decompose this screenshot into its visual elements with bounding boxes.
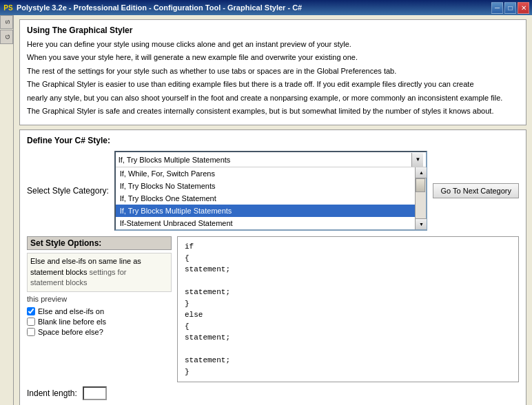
code-line-11: statement;: [185, 355, 511, 366]
checkbox-blank-line: Blank line before els: [27, 318, 172, 326]
minimize-button[interactable]: ─: [491, 2, 503, 14]
checkbox-blank-line-label: Blank line before els: [38, 318, 106, 326]
window-controls: ─ □ ✕: [491, 2, 529, 14]
scroll-down-btn[interactable]: ▼: [416, 218, 427, 229]
code-line-9: statement;: [185, 332, 511, 344]
checkbox-else-ifs-label: Else and else-ifs on: [38, 307, 104, 315]
define-title: Define Your C# Style:: [27, 136, 519, 145]
dropdown-option-1[interactable]: If, While, For, Switch Parens: [116, 167, 416, 180]
code-line-1: if: [185, 241, 511, 253]
code-line-4: [185, 276, 511, 287]
define-section: Define Your C# Style: Select Style Categ…: [19, 129, 526, 405]
maximize-button[interactable]: □: [504, 2, 516, 14]
checkbox-space-before: Space before else?: [27, 328, 172, 336]
close-button[interactable]: ✕: [518, 2, 529, 14]
info-line-1: Here you can define your style using mou…: [27, 39, 519, 50]
info-line-2: When you save your style here, it will g…: [27, 52, 519, 63]
dropdown-option-2[interactable]: If, Try Blocks No Statements: [116, 180, 416, 192]
sidebar-tab-2[interactable]: G: [0, 30, 13, 44]
dropdown-option-3[interactable]: If, Try Blocks One Statement: [116, 192, 416, 205]
indent-label: Indent length:: [27, 388, 77, 398]
info-line-5: nearly any style, but you can also shoot…: [27, 93, 519, 103]
dropdown-arrow[interactable]: ▼: [411, 153, 423, 167]
checkbox-blank-line-input[interactable]: [27, 318, 35, 326]
info-line-6: The Graphical Styler is safe and creates…: [27, 106, 519, 116]
code-line-10: [185, 344, 511, 355]
code-line-6: }: [185, 298, 511, 310]
code-line-5: statement;: [185, 287, 511, 298]
info-line-3: The rest of the settings for your style …: [27, 66, 519, 76]
sidebar-tab-1[interactable]: S: [0, 15, 13, 29]
options-description: Else and else-ifs on same line as statem…: [27, 253, 172, 291]
code-line-7: else: [185, 309, 511, 321]
scroll-thumb[interactable]: [416, 178, 425, 192]
info-line-4: The Graphical Styler is easier to use th…: [27, 79, 519, 90]
code-line-2: {: [185, 253, 511, 264]
scroll-up-btn[interactable]: ▲: [416, 167, 427, 178]
checkbox-space-before-label: Space before else?: [38, 328, 103, 336]
info-section: Using The Graphical Styler Here you can …: [19, 19, 526, 125]
window: PS Polystyle 3.2e - Professional Edition…: [0, 0, 532, 405]
window-title: Polystyle 3.2e - Professional Edition - …: [17, 3, 491, 12]
options-title: Set Style Options:: [27, 236, 172, 250]
style-category-label: Select Style Category:: [27, 186, 109, 196]
code-preview: if { statement; statement; } else { stat…: [177, 236, 519, 382]
set-style-row: Set Style Options: Else and else-ifs on …: [27, 236, 519, 382]
app-icon: PS: [3, 2, 14, 13]
code-line-12: }: [185, 366, 511, 378]
dropdown-scrollbar: ▲ ▼: [415, 167, 426, 229]
style-category-dropdown[interactable]: If, Try Blocks Multiple Statements ▼ If,…: [114, 151, 428, 231]
dropdown-option-4[interactable]: If, Try Blocks Multiple Statements: [116, 205, 416, 217]
dropdown-open-list: If, While, For, Switch Parens If, Try Bl…: [116, 167, 427, 229]
style-category-row: Select Style Category: If, Try Blocks Mu…: [27, 151, 519, 231]
dropdown-current-value: If, Try Blocks Multiple Statements: [119, 156, 412, 164]
checkbox-else-ifs: Else and else-ifs on: [27, 307, 172, 315]
checkbox-else-ifs-input[interactable]: [27, 307, 35, 315]
scroll-track: [416, 178, 426, 218]
info-title: Using The Graphical Styler: [27, 25, 519, 35]
title-bar: PS Polystyle 3.2e - Professional Edition…: [0, 0, 532, 15]
dropdown-option-5[interactable]: If-Statement Unbraced Statement: [116, 217, 416, 229]
code-line-8: {: [185, 321, 511, 333]
options-note: this preview: [27, 295, 172, 303]
checkbox-space-before-input[interactable]: [27, 328, 35, 336]
next-category-button[interactable]: Go To Next Category: [433, 183, 519, 198]
indent-input[interactable]: 4: [83, 386, 107, 400]
indent-row: Indent length: 4: [27, 386, 519, 400]
code-line-3: statement;: [185, 264, 511, 276]
options-panel: Set Style Options: Else and else-ifs on …: [27, 236, 172, 382]
